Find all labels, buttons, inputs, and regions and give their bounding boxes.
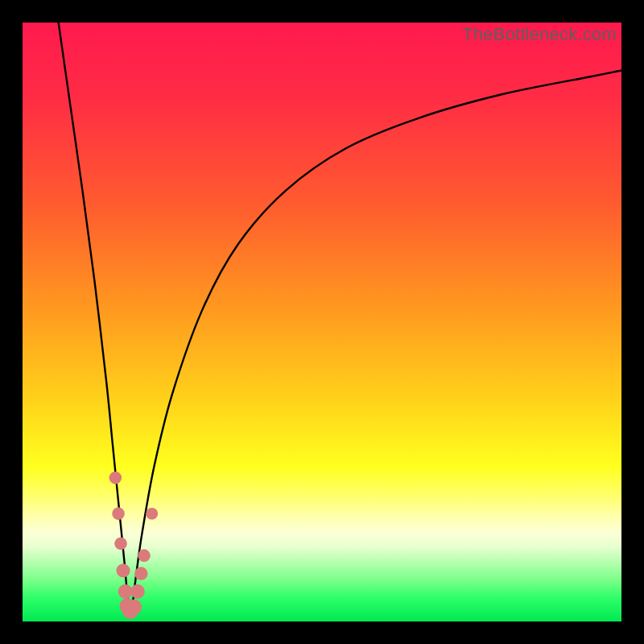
data-marker bbox=[130, 584, 145, 599]
data-marker bbox=[109, 472, 122, 485]
data-marker bbox=[116, 564, 130, 577]
data-marker bbox=[134, 567, 147, 580]
plot-area bbox=[23, 23, 621, 621]
data-marker bbox=[118, 584, 133, 599]
watermark-text: TheBottleneck.com bbox=[462, 24, 617, 45]
data-marker bbox=[126, 599, 142, 614]
data-marker bbox=[114, 537, 127, 550]
bottleneck-curve-right bbox=[133, 71, 621, 604]
curve-layer bbox=[23, 23, 621, 621]
data-marker bbox=[112, 507, 125, 520]
data-markers bbox=[109, 472, 159, 619]
data-marker bbox=[138, 549, 151, 562]
figure-frame: TheBottleneck.com bbox=[0, 0, 644, 644]
data-marker bbox=[146, 508, 158, 520]
